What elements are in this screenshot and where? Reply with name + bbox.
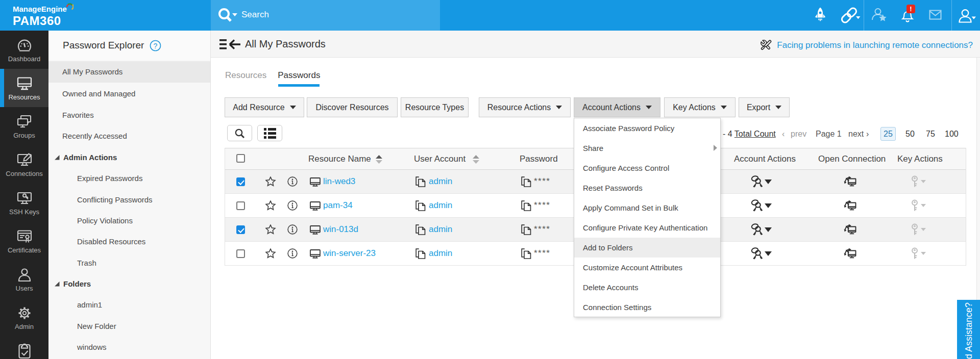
svg-text:?: ?: [154, 42, 158, 50]
